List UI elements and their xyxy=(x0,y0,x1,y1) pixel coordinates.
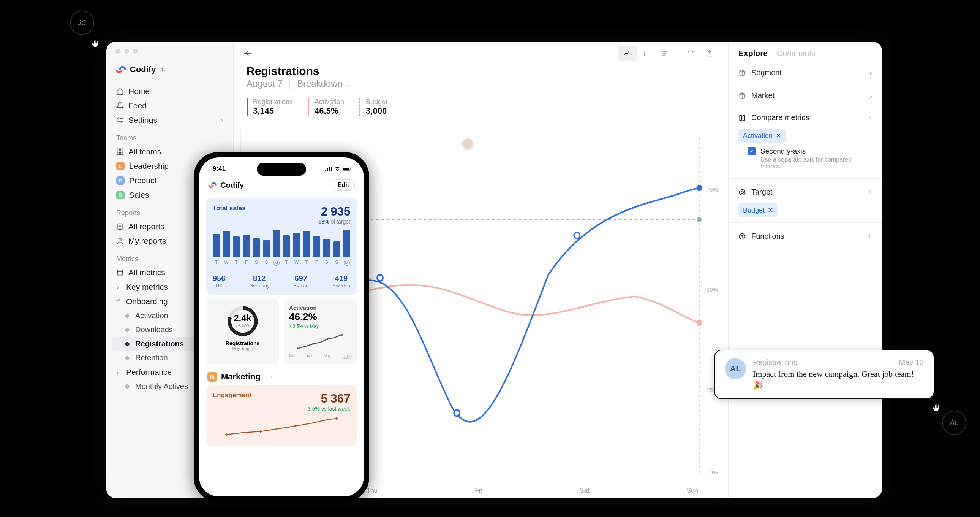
comment-text: Impact from the new campaign. Great job … xyxy=(753,369,924,391)
bar-chart-axis: TWTFSSMTWTFSSM xyxy=(213,260,350,266)
svg-point-9 xyxy=(119,238,122,241)
svg-rect-7 xyxy=(121,152,123,155)
chevron-right-icon: › xyxy=(869,91,872,100)
svg-rect-26 xyxy=(327,168,328,171)
sales-bar-chart xyxy=(213,230,350,257)
chevron-right-icon: › xyxy=(869,69,872,77)
svg-point-39 xyxy=(341,334,343,336)
svg-rect-21 xyxy=(743,115,745,120)
breakdown-dropdown[interactable]: Breakdown ⌄ xyxy=(297,78,350,89)
brand-switcher[interactable]: Codify ⇅ xyxy=(107,59,233,80)
chevron-right-icon: › xyxy=(221,116,223,125)
add-compare-metric[interactable]: + xyxy=(867,113,872,122)
kpi-budget[interactable]: Budget3,000 xyxy=(360,98,387,116)
function-icon xyxy=(738,233,746,240)
add-function[interactable]: + xyxy=(867,232,872,241)
phone-notch xyxy=(257,163,306,176)
compare-icon xyxy=(738,114,746,122)
tab-comments[interactable]: Comments xyxy=(777,49,816,58)
svg-rect-20 xyxy=(740,115,741,120)
edit-button[interactable]: Edit xyxy=(332,179,355,191)
brand-name: Codify xyxy=(130,65,156,75)
comment-date: May 12 xyxy=(899,358,924,367)
svg-point-19 xyxy=(697,217,702,222)
svg-point-16 xyxy=(454,410,460,416)
phone-mockup: 9:41 Codify Edit Total sales 2 935 93% o… xyxy=(194,152,369,502)
card-engagement[interactable]: Engagement 5 367 ↑ 3.5% vs last week xyxy=(206,386,357,446)
svg-point-17 xyxy=(574,232,580,239)
cube-icon xyxy=(738,92,746,100)
svg-point-43 xyxy=(336,417,338,420)
kpi-row: Registrations3,145 Activation46.5% Budge… xyxy=(234,89,728,120)
svg-rect-28 xyxy=(331,166,332,171)
signal-icon xyxy=(325,166,332,171)
section-teams: Teams xyxy=(112,128,228,144)
svg-rect-5 xyxy=(121,149,123,151)
chip-budget[interactable]: Budget✕ xyxy=(738,203,778,217)
remove-chip-icon[interactable]: ✕ xyxy=(776,131,781,140)
brand-logo-icon xyxy=(116,64,126,75)
cube-icon xyxy=(738,69,746,77)
svg-rect-31 xyxy=(351,168,352,169)
country-breakdown: 956UK812Germany697France419Sweden xyxy=(213,270,350,289)
header-date: August 7 xyxy=(247,78,283,89)
y-tick: 0% xyxy=(710,469,718,476)
explore-panel: Explore Comments Segment› Market› Compar… xyxy=(728,42,882,498)
svg-point-40 xyxy=(225,433,228,436)
view-list[interactable] xyxy=(655,46,675,61)
card-total-sales[interactable]: Total sales 2 935 93% of target TWTFSSMT… xyxy=(206,198,357,295)
svg-point-36 xyxy=(297,348,299,349)
page-header: Registrations August 7 | Breakdown ⌄ xyxy=(234,60,728,89)
panel-market[interactable]: Market› xyxy=(729,85,882,107)
svg-rect-10 xyxy=(118,270,123,275)
svg-point-42 xyxy=(294,425,296,427)
target-icon xyxy=(738,188,746,196)
view-bar-chart[interactable] xyxy=(636,46,655,61)
chevron-right-icon: › xyxy=(116,368,122,377)
view-line-chart[interactable] xyxy=(617,46,636,61)
brand-logo-icon xyxy=(208,181,216,189)
second-yaxis-toggle[interactable]: ✓ Second y-axisUse a separate axis for c… xyxy=(729,145,882,175)
svg-point-2 xyxy=(118,118,119,119)
chip-activation[interactable]: Activation✕ xyxy=(738,129,786,142)
svg-rect-6 xyxy=(118,152,120,155)
remove-chip-icon[interactable]: ✕ xyxy=(768,206,773,214)
comment-avatar: AL xyxy=(725,358,746,380)
kpi-registrations[interactable]: Registrations3,145 xyxy=(247,98,293,116)
back-button[interactable] xyxy=(243,49,252,58)
add-target[interactable]: + xyxy=(867,188,872,196)
kpi-activation[interactable]: Activation46.5% xyxy=(308,98,344,116)
wifi-icon xyxy=(334,166,340,171)
section-marketing[interactable]: M Marketing → xyxy=(199,369,364,383)
svg-point-41 xyxy=(259,430,262,432)
chevron-down-icon: › xyxy=(115,299,123,304)
export-button[interactable] xyxy=(700,46,719,61)
svg-rect-30 xyxy=(344,168,350,170)
phone-header: Codify Edit xyxy=(199,176,364,196)
comment-card[interactable]: AL RegistrationsMay 12 Impact from the n… xyxy=(714,350,934,399)
refresh-button[interactable] xyxy=(681,46,700,61)
checkbox-checked-icon: ✓ xyxy=(748,147,756,155)
svg-rect-25 xyxy=(325,169,326,171)
panel-functions-header: Functions+ xyxy=(729,226,882,243)
nav-settings[interactable]: Settings› xyxy=(112,113,228,128)
window-controls[interactable] xyxy=(107,49,233,59)
y-tick: 75% xyxy=(706,186,718,193)
card-activation-mini[interactable]: Activation 46.2% ↑ 3.5% vs May MarAprMay… xyxy=(284,299,357,364)
tab-explore[interactable]: Explore xyxy=(738,49,768,58)
svg-point-13 xyxy=(697,320,702,326)
topbar xyxy=(234,42,728,60)
chevron-down-icon: ⌄ xyxy=(345,81,350,88)
svg-point-15 xyxy=(377,275,383,281)
nav-home[interactable]: Home xyxy=(112,84,228,99)
nav-feed[interactable]: Feed xyxy=(112,99,228,113)
comment-metric: Registrations xyxy=(753,358,797,367)
svg-point-23 xyxy=(741,191,744,193)
panel-segment[interactable]: Segment› xyxy=(729,62,882,85)
collab-cursor-al: AL xyxy=(942,410,966,435)
panel-target-header: Target+ xyxy=(729,182,882,199)
svg-point-38 xyxy=(327,338,329,340)
card-registrations-gauge[interactable]: 2.4k / 3 000 Registrations May Target xyxy=(206,299,279,364)
svg-point-18 xyxy=(697,185,702,191)
collab-cursor-jc: JC xyxy=(70,11,94,35)
